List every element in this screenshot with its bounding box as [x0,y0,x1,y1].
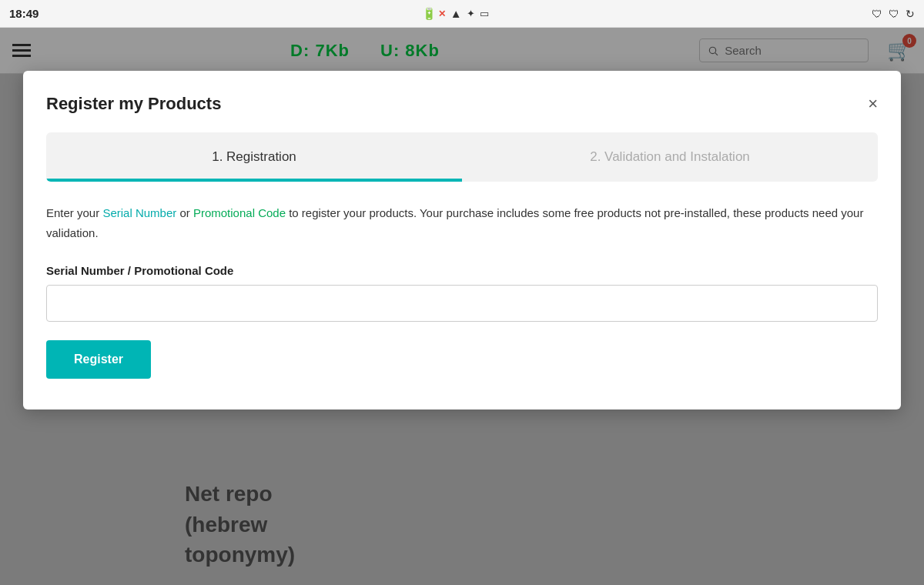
battery-x-icon: ✕ [438,8,446,19]
status-time: 18:49 [9,7,38,20]
promo-code-link[interactable]: Promotional Code [193,206,286,219]
refresh-icon: ↻ [906,8,915,20]
status-bar: 18:49 🔋 ✕ ▲ ✦ ▭ 🛡 🛡 ↻ [0,0,924,28]
step-2-validation[interactable]: 2. Validation and Instalation [462,132,878,182]
modal-title: Register my Products [46,94,221,114]
shield1-icon: 🛡 [872,8,882,20]
wifi-icon: ▲ [450,7,462,20]
register-button[interactable]: Register [46,340,151,379]
battery-icon: 🔋 [422,7,437,21]
step-progress-bar [46,179,462,182]
modal-header: Register my Products × [46,94,878,114]
bluetooth-icon: ✦ [467,8,475,19]
register-products-modal: Register my Products × 1. Registration 2… [23,71,901,410]
status-right-icons: 🛡 🛡 ↻ [872,8,915,20]
modal-overlay: Register my Products × 1. Registration 2… [0,28,924,585]
cast-icon: ▭ [480,8,489,19]
serial-number-label: Serial Number / Promotional Code [46,264,878,277]
modal-close-button[interactable]: × [868,95,878,112]
serial-number-input[interactable] [46,285,878,322]
steps-container: 1. Registration 2. Validation and Instal… [46,132,878,182]
serial-number-link[interactable]: Serial Number [102,206,176,219]
modal-description: Enter your Serial Number or Promotional … [46,203,878,242]
status-icons: 🔋 ✕ ▲ ✦ ▭ [422,7,489,21]
shield2-icon: 🛡 [889,8,899,20]
step-1-registration[interactable]: 1. Registration [46,132,462,182]
